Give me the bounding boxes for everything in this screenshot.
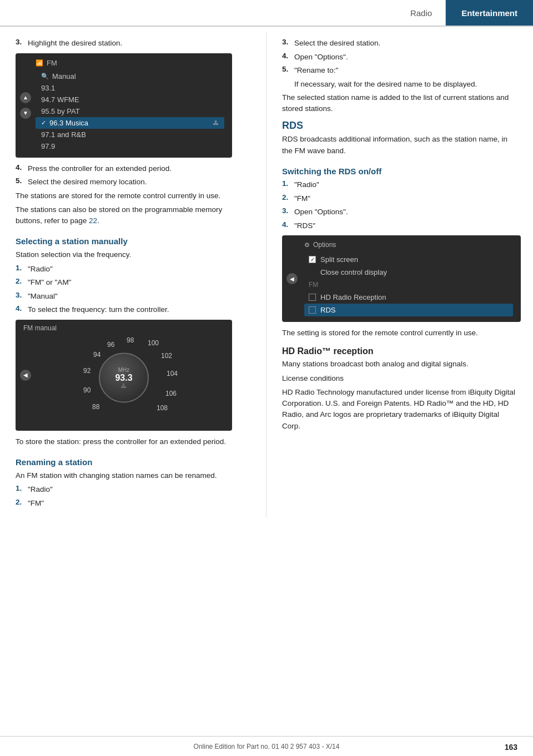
fm-item-95pat-label: 95.5 by PAT (41, 107, 80, 115)
nav-down-arrow[interactable]: ▼ (20, 108, 31, 119)
sel-step-1-text: "Radio" (28, 264, 53, 275)
dial-store-icon: 🖧 (121, 382, 127, 389)
step-3-num: 3. (16, 38, 28, 49)
fm-item-94wfme-label: 94.7 WFME (41, 95, 79, 104)
entertainment-label: Entertainment (461, 8, 517, 18)
signal-icon: 📶 (36, 59, 43, 67)
right-step-5-text: "Rename to:" (294, 65, 338, 76)
sw-step-3-num: 3. (282, 206, 294, 218)
dial-nav-left[interactable]: ◀ (20, 370, 31, 381)
freq-88: 88 (92, 403, 99, 411)
right-step-4: 4. Open "Options". (282, 52, 517, 63)
right-step-5-num: 5. (282, 65, 294, 76)
fm-item-963musica[interactable]: ✓ 96.3 Musica 🖧 (36, 117, 224, 129)
page-number: 163 (505, 743, 517, 752)
fm-item-manual-label: Manual (52, 72, 76, 80)
fm-item-971rnb-label: 97.1 and R&B (41, 130, 86, 139)
fm-title-text: FM (47, 59, 57, 67)
fm-item-979[interactable]: 97.9 (36, 140, 224, 152)
sel-step-2-text: "FM" or "AM" (28, 277, 71, 288)
right-step-3-text: Select the desired station. (294, 38, 380, 49)
options-left-arrow[interactable]: ◀ (286, 273, 298, 284)
dial-freq: 93.3 (115, 372, 132, 382)
page-footer: Online Edition for Part no. 01 40 2 957 … (0, 736, 533, 756)
right-step-5: 5. "Rename to:" (282, 65, 517, 76)
selected-station-text: The selected station name is added to th… (282, 92, 517, 115)
sw-step-4-text: "RDS" (294, 220, 315, 231)
options-split-screen[interactable]: ✓ Split screen (304, 253, 513, 266)
rds-option-label: RDS (320, 306, 335, 314)
radio-label: Radio (410, 8, 432, 18)
fm-item-931[interactable]: 93.1 (36, 82, 224, 94)
fm-item-95pat[interactable]: 95.5 by PAT (36, 105, 224, 117)
step-4: 4. Press the controller for an extended … (16, 163, 250, 174)
fm-item-94wfme[interactable]: 94.7 WFME (36, 94, 224, 105)
sel-step-1: 1. "Radio" (16, 264, 250, 275)
right-step-4-num: 4. (282, 52, 294, 63)
fm-item-971rnb[interactable]: 97.1 and R&B (36, 129, 224, 140)
hd-radio-label: HD Radio Reception (320, 293, 386, 301)
body-text-1: The stations are stored for the remote c… (16, 190, 250, 201)
options-close-control[interactable]: Close control display (304, 266, 513, 279)
options-nav-left[interactable]: ◀ (286, 273, 298, 284)
dial-mhz: MHz (118, 366, 130, 372)
rds-checkbox[interactable] (309, 306, 316, 314)
fm-screen: ▲ ▼ 📶 FM 🔍 Manual 93.1 94.7 WFME 95.5 by… (16, 53, 232, 158)
fm-item-manual[interactable]: 🔍 Manual (36, 70, 224, 82)
sel-step-4-text: To select the frequency: turn the contro… (28, 304, 169, 315)
renaming-desc: An FM station with changing station name… (16, 470, 250, 481)
freq-98: 98 (127, 336, 134, 344)
freq-104: 104 (167, 370, 178, 377)
ren-step-1-num: 1. (16, 484, 28, 495)
sel-step-3-num: 3. (16, 291, 28, 302)
footer-text: Online Edition for Part no. 01 40 2 957 … (194, 743, 340, 750)
step-5: 5. Select the desired memory location. (16, 177, 250, 188)
rds-heading: RDS (282, 120, 517, 132)
step-5-num: 5. (16, 177, 28, 188)
right-step-4-text: Open "Options". (294, 52, 348, 63)
right-step-3: 3. Select the desired station. (282, 38, 517, 49)
sw-step-2-num: 2. (282, 193, 294, 204)
options-hd-radio[interactable]: HD Radio Reception (304, 291, 513, 304)
rds-desc: RDS broadcasts additional information, s… (282, 134, 517, 157)
hd-radio-heading: HD Radio™ reception (282, 346, 517, 356)
hd-desc-3: HD Radio Technology manufactured under l… (282, 387, 517, 432)
freq-96: 96 (107, 341, 114, 349)
store-text: To store the station: press the controll… (16, 436, 250, 447)
sel-step-4: 4. To select the frequency: turn the con… (16, 304, 250, 315)
options-screen: ◀ ⚙ Options ✓ Split screen Close control… (282, 235, 521, 322)
body-text-2: The stations can also be stored on the p… (16, 204, 250, 227)
dial-screen: FM manual ◀ 96 98 100 94 102 92 104 90 1… (16, 320, 232, 431)
options-title: ⚙ Options (304, 241, 513, 249)
selecting-desc: Station selection via the frequency. (16, 249, 250, 260)
step-3-text: Highlight the desired station. (28, 38, 122, 49)
split-screen-checkbox[interactable]: ✓ (309, 256, 316, 263)
sw-step-2-text: "FM" (294, 193, 310, 204)
close-control-label: Close control display (320, 268, 387, 276)
freq-106: 106 (165, 390, 177, 397)
sel-step-3-text: "Manual" (28, 291, 58, 302)
fm-item-931-label: 93.1 (41, 84, 55, 92)
page-22-link[interactable]: 22 (89, 216, 97, 225)
sw-step-2: 2. "FM" (282, 193, 517, 204)
sw-step-3: 3. Open "Options". (282, 206, 517, 218)
freq-102: 102 (161, 352, 172, 360)
hd-radio-checkbox[interactable] (309, 294, 316, 301)
options-rds[interactable]: RDS (304, 304, 513, 316)
search-icon: 🔍 (41, 73, 49, 80)
nav-up-arrow[interactable]: ▲ (20, 92, 31, 103)
freq-92: 92 (83, 367, 90, 375)
ren-step-1: 1. "Radio" (16, 484, 250, 495)
checkmark-icon: ✓ (41, 119, 46, 127)
hd-desc-1: Many stations broadcast both analog and … (282, 359, 517, 370)
page-header: Radio Entertainment (0, 0, 533, 27)
selecting-station-heading: Selecting a station manually (16, 236, 250, 246)
step-5-text: Select the desired memory location. (28, 177, 147, 188)
sw-step-4: 4. "RDS" (282, 220, 517, 231)
freq-108: 108 (157, 404, 168, 412)
dial-circle[interactable]: MHz 93.3 🖧 (99, 352, 149, 402)
sel-step-3: 3. "Manual" (16, 291, 250, 302)
header-radio-label: Radio (397, 0, 446, 26)
sw-step-1-text: "Radio" (294, 179, 319, 190)
header-entertainment-label: Entertainment (446, 0, 533, 26)
